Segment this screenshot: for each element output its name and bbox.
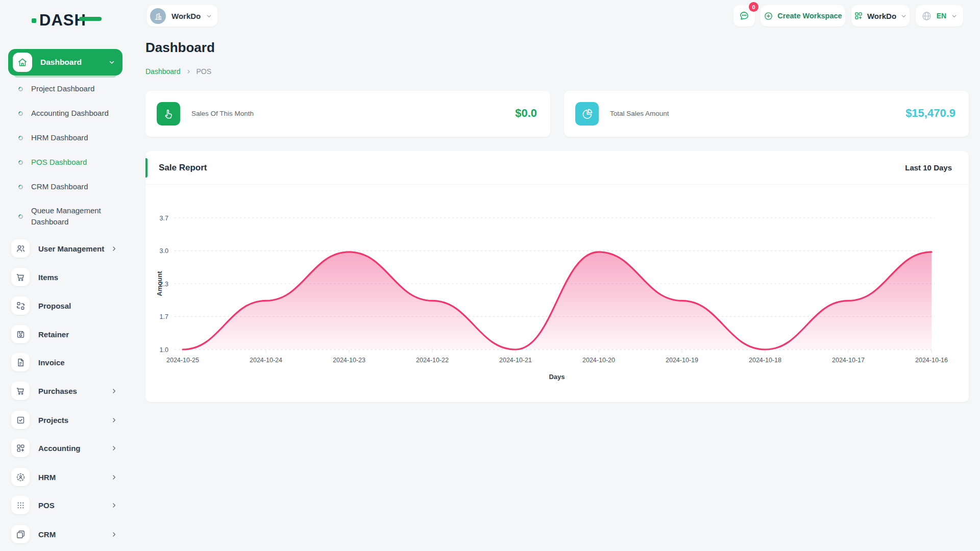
sale-report-card: Sale Report Last 10 Days 1.01.72.33.03.7… xyxy=(145,151,969,402)
grid-plus-icon xyxy=(11,439,30,457)
svg-text:2024-10-20: 2024-10-20 xyxy=(582,357,615,364)
sidebar-subitem-label: POS Dashboard xyxy=(31,157,113,168)
workdo-menu-label: WorkDo xyxy=(867,12,896,20)
bullet-ring-icon xyxy=(17,110,24,117)
save-floppy-icon xyxy=(11,325,30,343)
language-label: EN xyxy=(937,12,946,20)
sidebar-item-accounting-dashboard[interactable]: Accounting Dashboard xyxy=(0,102,131,124)
plus-circle-icon xyxy=(764,11,773,21)
accent-bar xyxy=(145,158,148,178)
svg-text:2024-10-23: 2024-10-23 xyxy=(333,357,365,364)
workspace-avatar xyxy=(150,8,166,24)
stat-label: Sales Of This Month xyxy=(191,110,254,117)
workdo-menu[interactable]: WorkDo xyxy=(851,5,910,27)
svg-text:2024-10-17: 2024-10-17 xyxy=(832,357,865,364)
sidebar-item-invoice[interactable]: Invoice xyxy=(0,351,131,373)
sidebar-subitem-label: Queue Management Dashboard xyxy=(31,205,108,228)
stat-card-total-sales: Total Sales Amount $15,470.9 xyxy=(564,91,969,137)
sidebar-item-label: POS xyxy=(38,501,111,510)
bullet-ring-icon xyxy=(17,213,24,220)
svg-text:2024-10-25: 2024-10-25 xyxy=(166,357,199,364)
workspace-name: WorkDo xyxy=(172,12,201,20)
svg-text:2024-10-21: 2024-10-21 xyxy=(499,357,532,364)
globe-icon xyxy=(921,11,932,21)
pie-chart-icon xyxy=(575,102,599,126)
users-icon xyxy=(11,239,30,258)
chevron-right-icon xyxy=(186,69,191,74)
sidebar-item-label: Retainer xyxy=(38,330,131,339)
stat-label: Total Sales Amount xyxy=(610,110,669,117)
swap-boxes-icon xyxy=(11,296,30,315)
chart-title: Sale Report xyxy=(159,163,207,173)
dots-grid-icon xyxy=(11,496,30,514)
y-axis-title: Amount xyxy=(156,271,163,296)
sidebar-item-queue-management-dashboard[interactable]: Queue Management Dashboard xyxy=(0,200,131,233)
language-selector[interactable]: EN xyxy=(916,5,963,27)
sidebar-item-proposal[interactable]: Proposal xyxy=(0,294,131,317)
sidebar-item-user-management[interactable]: User Management xyxy=(0,237,131,260)
sidebar-item-hrm-dashboard[interactable]: HRM Dashboard xyxy=(0,127,131,149)
svg-text:2024-10-19: 2024-10-19 xyxy=(666,357,698,364)
bullet-ring-icon xyxy=(17,159,24,166)
sidebar-item-dashboard[interactable]: Dashboard xyxy=(8,49,122,76)
create-workspace-button[interactable]: Create Workspace xyxy=(761,5,845,27)
sidebar-subitem-label: Accounting Dashboard xyxy=(31,108,113,119)
chevron-right-icon xyxy=(111,531,117,538)
check-square-icon xyxy=(11,411,30,429)
chevron-down-icon xyxy=(951,13,958,19)
sidebar-item-label: Proposal xyxy=(38,302,131,310)
sidebar-item-project-dashboard[interactable]: Project Dashboard xyxy=(0,78,131,100)
svg-text:1.7: 1.7 xyxy=(160,313,168,320)
breadcrumb-current: POS xyxy=(197,67,212,76)
sidebar-item-purchases[interactable]: Purchases xyxy=(0,380,131,402)
sidebar-item-hrm[interactable]: HRM xyxy=(0,466,131,488)
sidebar-item-items[interactable]: Items xyxy=(0,266,131,288)
chart-header: Sale Report Last 10 Days xyxy=(145,151,969,185)
sidebar-item-label: Items xyxy=(38,273,131,282)
overlap-squares-icon xyxy=(11,525,30,543)
stat-value: $15,470.9 xyxy=(905,107,955,120)
sidebar: DASH Dashboard Project Dashboard Account… xyxy=(0,0,131,551)
sidebar-item-crm-dashboard[interactable]: CRM Dashboard xyxy=(0,176,131,198)
sidebar-item-label: Invoice xyxy=(38,358,131,367)
svg-text:2024-10-24: 2024-10-24 xyxy=(250,357,282,364)
sidebar-item-label: User Management xyxy=(38,244,111,253)
app-logo[interactable]: DASH xyxy=(32,11,102,30)
svg-text:3.0: 3.0 xyxy=(160,247,168,255)
cart-icon xyxy=(11,382,30,400)
sidebar-subitem-label: CRM Dashboard xyxy=(31,181,113,192)
cart-icon xyxy=(11,268,30,286)
svg-text:1.0: 1.0 xyxy=(160,346,168,354)
sidebar-item-label: Accounting xyxy=(38,444,111,453)
sidebar-item-accounting[interactable]: Accounting xyxy=(0,437,131,459)
sidebar-item-label: Purchases xyxy=(38,387,111,395)
sidebar-item-pos[interactable]: POS xyxy=(0,494,131,516)
stat-value: $0.0 xyxy=(515,107,537,120)
bullet-ring-icon xyxy=(17,135,24,141)
sidebar-item-projects[interactable]: Projects xyxy=(0,409,131,431)
messages-count-badge: 0 xyxy=(749,2,758,12)
sidebar-item-pos-dashboard[interactable]: POS Dashboard xyxy=(0,151,131,173)
chevron-right-icon xyxy=(111,445,117,452)
chevron-down-icon xyxy=(206,13,212,19)
home-icon xyxy=(13,53,32,72)
sidebar-item-label: Dashboard xyxy=(40,58,108,67)
sidebar-subitem-label: Project Dashboard xyxy=(31,83,113,94)
chart-range-label: Last 10 Days xyxy=(905,163,952,172)
svg-text:3.7: 3.7 xyxy=(160,215,168,222)
chevron-right-icon xyxy=(111,245,117,252)
stat-card-sales-of-month: Sales Of This Month $0.0 xyxy=(145,91,550,137)
workspace-selector[interactable]: WorkDo xyxy=(147,5,217,27)
sidebar-item-retainer[interactable]: Retainer xyxy=(0,323,131,345)
sidebar-subitem-label: HRM Dashboard xyxy=(31,132,113,143)
messages-button[interactable]: 0 xyxy=(733,5,755,27)
svg-text:2024-10-22: 2024-10-22 xyxy=(416,357,449,364)
sidebar-item-crm[interactable]: CRM xyxy=(0,523,131,545)
bullet-ring-icon xyxy=(17,86,24,92)
chevron-right-icon xyxy=(111,388,117,394)
sidebar-item-label: HRM xyxy=(38,473,111,482)
breadcrumb-dashboard-link[interactable]: Dashboard xyxy=(145,67,181,76)
sale-report-area-chart: 1.01.72.33.03.72024-10-252024-10-242024-… xyxy=(145,185,969,402)
logo-text: DASH xyxy=(32,11,102,30)
page-title: Dashboard xyxy=(145,40,215,56)
